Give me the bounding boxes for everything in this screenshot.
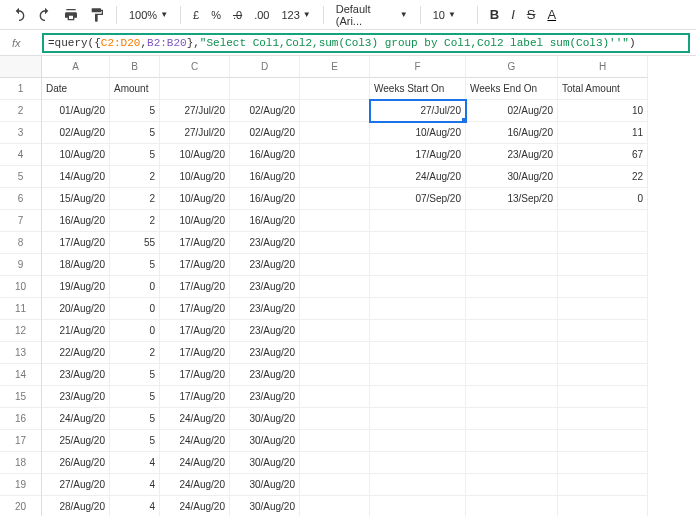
cell-F2[interactable]: 27/Jul/20 [370, 100, 466, 122]
cell-A19[interactable]: 27/Aug/20 [42, 474, 110, 496]
cell-H4[interactable]: 67 [558, 144, 648, 166]
cell-G19[interactable] [466, 474, 558, 496]
cell-G12[interactable] [466, 320, 558, 342]
cell-D18[interactable]: 30/Aug/20 [230, 452, 300, 474]
cell-H18[interactable] [558, 452, 648, 474]
column-header-H[interactable]: H [558, 56, 648, 78]
cell-F5[interactable]: 24/Aug/20 [370, 166, 466, 188]
cell-D10[interactable]: 23/Aug/20 [230, 276, 300, 298]
cell-G4[interactable]: 23/Aug/20 [466, 144, 558, 166]
cell-F13[interactable] [370, 342, 466, 364]
cell-F14[interactable] [370, 364, 466, 386]
row-header-17[interactable]: 17 [0, 430, 42, 452]
cell-C1[interactable] [160, 78, 230, 100]
cell-C19[interactable]: 24/Aug/20 [160, 474, 230, 496]
cell-C15[interactable]: 17/Aug/20 [160, 386, 230, 408]
cell-D17[interactable]: 30/Aug/20 [230, 430, 300, 452]
row-header-3[interactable]: 3 [0, 122, 42, 144]
cell-E12[interactable] [300, 320, 370, 342]
cell-H6[interactable]: 0 [558, 188, 648, 210]
cell-B7[interactable]: 2 [110, 210, 160, 232]
currency-button[interactable]: £ [189, 9, 203, 21]
cell-D4[interactable]: 16/Aug/20 [230, 144, 300, 166]
cell-H5[interactable]: 22 [558, 166, 648, 188]
cell-G14[interactable] [466, 364, 558, 386]
cell-H7[interactable] [558, 210, 648, 232]
cell-C10[interactable]: 17/Aug/20 [160, 276, 230, 298]
cell-E20[interactable] [300, 496, 370, 516]
row-header-18[interactable]: 18 [0, 452, 42, 474]
cell-D11[interactable]: 23/Aug/20 [230, 298, 300, 320]
cell-A2[interactable]: 01/Aug/20 [42, 100, 110, 122]
cell-A13[interactable]: 22/Aug/20 [42, 342, 110, 364]
increase-decimal-button[interactable]: .00 [250, 9, 273, 21]
cell-F17[interactable] [370, 430, 466, 452]
cell-E6[interactable] [300, 188, 370, 210]
cell-A18[interactable]: 26/Aug/20 [42, 452, 110, 474]
cell-C7[interactable]: 10/Aug/20 [160, 210, 230, 232]
cell-F15[interactable] [370, 386, 466, 408]
decrease-decimal-button[interactable]: .0 [229, 9, 246, 21]
percent-button[interactable]: % [207, 9, 225, 21]
cell-C16[interactable]: 24/Aug/20 [160, 408, 230, 430]
row-header-10[interactable]: 10 [0, 276, 42, 298]
cell-A16[interactable]: 24/Aug/20 [42, 408, 110, 430]
cell-A11[interactable]: 20/Aug/20 [42, 298, 110, 320]
cell-H8[interactable] [558, 232, 648, 254]
cell-E4[interactable] [300, 144, 370, 166]
cell-E8[interactable] [300, 232, 370, 254]
cell-G2[interactable]: 02/Aug/20 [466, 100, 558, 122]
font-family-select[interactable]: Default (Ari...▼ [332, 3, 412, 27]
cell-D19[interactable]: 30/Aug/20 [230, 474, 300, 496]
cell-B11[interactable]: 0 [110, 298, 160, 320]
cell-H17[interactable] [558, 430, 648, 452]
cell-F18[interactable] [370, 452, 466, 474]
select-all-corner[interactable] [0, 56, 42, 78]
row-header-13[interactable]: 13 [0, 342, 42, 364]
cell-B9[interactable]: 5 [110, 254, 160, 276]
cell-F1[interactable]: Weeks Start On [370, 78, 466, 100]
cell-H19[interactable] [558, 474, 648, 496]
cell-B10[interactable]: 0 [110, 276, 160, 298]
cell-B8[interactable]: 55 [110, 232, 160, 254]
row-header-2[interactable]: 2 [0, 100, 42, 122]
cell-H10[interactable] [558, 276, 648, 298]
cell-D7[interactable]: 16/Aug/20 [230, 210, 300, 232]
cell-H11[interactable] [558, 298, 648, 320]
cell-B1[interactable]: Amount [110, 78, 160, 100]
cell-F10[interactable] [370, 276, 466, 298]
cell-A20[interactable]: 28/Aug/20 [42, 496, 110, 516]
cell-D14[interactable]: 23/Aug/20 [230, 364, 300, 386]
cell-A15[interactable]: 23/Aug/20 [42, 386, 110, 408]
cell-A17[interactable]: 25/Aug/20 [42, 430, 110, 452]
cell-C3[interactable]: 27/Jul/20 [160, 122, 230, 144]
cell-F19[interactable] [370, 474, 466, 496]
cell-B20[interactable]: 4 [110, 496, 160, 516]
cell-C14[interactable]: 17/Aug/20 [160, 364, 230, 386]
cell-E1[interactable] [300, 78, 370, 100]
cell-G11[interactable] [466, 298, 558, 320]
column-header-D[interactable]: D [230, 56, 300, 78]
cell-B19[interactable]: 4 [110, 474, 160, 496]
cell-D13[interactable]: 23/Aug/20 [230, 342, 300, 364]
row-header-4[interactable]: 4 [0, 144, 42, 166]
cell-C2[interactable]: 27/Jul/20 [160, 100, 230, 122]
cell-C17[interactable]: 24/Aug/20 [160, 430, 230, 452]
cell-C6[interactable]: 10/Aug/20 [160, 188, 230, 210]
cell-G6[interactable]: 13/Sep/20 [466, 188, 558, 210]
row-header-8[interactable]: 8 [0, 232, 42, 254]
cell-E14[interactable] [300, 364, 370, 386]
column-header-C[interactable]: C [160, 56, 230, 78]
cell-F6[interactable]: 07/Sep/20 [370, 188, 466, 210]
cell-E3[interactable] [300, 122, 370, 144]
cell-D8[interactable]: 23/Aug/20 [230, 232, 300, 254]
cell-G18[interactable] [466, 452, 558, 474]
cell-A5[interactable]: 14/Aug/20 [42, 166, 110, 188]
cell-C11[interactable]: 17/Aug/20 [160, 298, 230, 320]
cell-D1[interactable] [230, 78, 300, 100]
cell-A12[interactable]: 21/Aug/20 [42, 320, 110, 342]
formula-input[interactable]: =query({C2:D20,B2:B20},"Select Col1,Col2… [42, 33, 690, 53]
cell-B12[interactable]: 0 [110, 320, 160, 342]
cell-D16[interactable]: 30/Aug/20 [230, 408, 300, 430]
row-header-20[interactable]: 20 [0, 496, 42, 516]
